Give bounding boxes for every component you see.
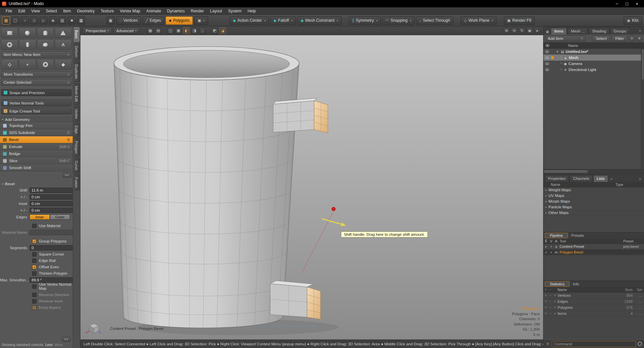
vertex-normal-tools-button[interactable]: Vertex Normal Tools (1, 99, 72, 107)
disclosure-icon[interactable]: ▸ (545, 200, 547, 203)
thicken-polygon-checkbox[interactable] (32, 271, 37, 276)
menu-render[interactable]: Render (188, 8, 207, 14)
reverse-direction-checkbox[interactable] (32, 293, 37, 297)
expand-form-button[interactable]: >> (62, 337, 71, 342)
menu-item[interactable]: Item (60, 8, 74, 14)
stats-row-items[interactable]: + − ▸ Items 4 ... (543, 310, 644, 317)
tool-bridge[interactable]: Bridge (0, 150, 73, 157)
minimize-button[interactable]: − (612, 0, 622, 7)
tab-channels[interactable]: Channels (570, 175, 593, 182)
filter-options-icon[interactable]: ▾ (636, 36, 642, 42)
tab-lists[interactable]: Lists (593, 175, 608, 182)
orbit-icon[interactable]: ↻ (519, 27, 525, 34)
remove-selection-icon[interactable]: − (548, 305, 553, 309)
shaded-toggle-icon[interactable]: ▤ (155, 27, 162, 34)
tab-groups[interactable]: Groups (610, 28, 630, 34)
sphere-primitive-button[interactable] (19, 27, 36, 38)
disclosure-icon[interactable]: ▸ (553, 294, 558, 297)
add-selection-icon[interactable]: + (543, 305, 548, 309)
edge-display-icon[interactable]: □ (199, 27, 206, 34)
menu-animate[interactable]: Animate (143, 8, 164, 14)
symmetry-button[interactable]: ∥ Symmetry ▾ (349, 16, 381, 25)
disclosure-icon[interactable]: ▸ (545, 206, 547, 209)
controls-more-link[interactable]: More (55, 343, 63, 347)
info-label[interactable]: Info (573, 282, 579, 286)
add-selection-icon[interactable]: + (543, 293, 548, 297)
material-name-input[interactable] (30, 230, 73, 235)
view-mode-dropdown[interactable]: Perspective ▾ (83, 27, 112, 34)
tab-polygon[interactable]: Polygon (74, 138, 79, 157)
cylinder-primitive-button[interactable] (37, 27, 54, 38)
command-history-toggle[interactable]: > (545, 341, 550, 347)
panel-grid-icon[interactable]: ▦ (545, 29, 550, 34)
edges-inner-button[interactable]: Inner (30, 214, 50, 220)
wireframe-toggle-icon[interactable]: ▦ (147, 27, 154, 34)
disclosure-icon[interactable]: ▸ (553, 312, 558, 315)
tab-mesh-edit[interactable]: Mesh Edit (74, 83, 79, 105)
panel-options-icon[interactable]: » (637, 28, 643, 33)
enable-check-icon[interactable]: ✓ (543, 245, 549, 249)
select-button[interactable]: Select (592, 36, 610, 42)
pose-tool-button[interactable]: ◆ (55, 59, 72, 70)
tree-vertical-scrollbar[interactable] (641, 49, 644, 169)
blob-primitive-button[interactable] (37, 39, 54, 50)
list-options-icon[interactable]: ≡ (629, 36, 635, 42)
enable-check-icon[interactable]: ✓ (543, 251, 549, 254)
vertex-display-icon[interactable]: ◨ (191, 27, 198, 34)
capsule-primitive-button[interactable] (19, 39, 36, 50)
maximize-button[interactable]: □ (622, 0, 632, 7)
vertices-mode-button[interactable]: ∴ Vertices (116, 16, 141, 25)
zoom-out-icon[interactable]: ⊖ (511, 27, 518, 34)
add-selection-icon[interactable]: + (543, 299, 548, 303)
snapping-button[interactable]: ◠ Snapping ▾ (382, 16, 414, 25)
keep-aspect-checkbox[interactable] (32, 305, 37, 310)
items-mode-icon[interactable]: ▣ (107, 16, 115, 24)
selection-highlight-icon[interactable]: ◧ (183, 27, 190, 34)
item-menu-dropdown[interactable]: Item Menu: New Item ▾ (1, 51, 72, 58)
select-arrow-icon[interactable]: ▷ (40, 16, 48, 24)
segments-input[interactable] (30, 245, 73, 251)
tab-fusion[interactable]: Fusion (74, 174, 79, 191)
panel-options-icon[interactable]: » (637, 176, 643, 182)
tool-sds-subdivide[interactable]: SDS Subdivide D (0, 129, 73, 136)
eye-icon[interactable] (545, 50, 549, 53)
disclosure-icon[interactable]: ▸ (545, 194, 547, 197)
disclosure-icon[interactable]: ▸ (545, 211, 547, 214)
add-selection-icon[interactable]: + (543, 311, 548, 315)
command-input[interactable] (552, 341, 636, 347)
shift-handle-dot[interactable] (332, 207, 336, 211)
remove-selection-icon[interactable]: − (548, 311, 553, 315)
cone-primitive-button[interactable] (55, 27, 72, 38)
active-overlay-icon[interactable]: ◪ (219, 27, 226, 34)
close-button[interactable]: × (632, 0, 642, 7)
offset-even-checkbox[interactable] (32, 265, 37, 269)
shading-mode-dropdown[interactable]: Advanced ▾ (113, 27, 139, 34)
tool-topology-pen[interactable]: Topology Pen (0, 122, 73, 129)
inset-input[interactable] (30, 201, 73, 206)
center-selected-dropdown[interactable]: Center Selected ▾ (1, 79, 72, 86)
square-corner-checkbox[interactable] (32, 252, 37, 257)
select-subtract-icon[interactable]: ▩ (77, 16, 85, 24)
tree-horizontal-scrollbar[interactable] (543, 169, 644, 173)
tree-row-scene[interactable]: ▼ ▤ Untitled.lxo* (543, 49, 644, 55)
shift-variance-input[interactable] (30, 194, 73, 200)
menu-vertex-map[interactable]: Vertex Map (117, 8, 143, 14)
bevel-box-upper[interactable] (273, 98, 328, 133)
select-add-icon[interactable]: ■ (68, 16, 76, 24)
tab-items[interactable]: Items (551, 28, 567, 34)
tool-extrude[interactable]: Extrude Shift-X (0, 143, 73, 150)
camera-lock-icon[interactable]: ◩ (211, 27, 218, 34)
viewport-3d-scene[interactable] (80, 35, 543, 339)
tab-shading[interactable]: Shading (589, 28, 609, 34)
use-vertex-normal-map-checkbox[interactable] (32, 284, 37, 289)
list-row-uv-maps[interactable]: ▸ UV Maps (543, 193, 644, 199)
selection-options-button[interactable]: ▣ ▾ (194, 16, 208, 25)
statistics-title[interactable]: Statistics (545, 281, 570, 287)
list-row-weight-maps[interactable]: ▸ Weight Maps (543, 187, 644, 193)
add-item-dropdown[interactable]: Add Item ▾ (545, 36, 585, 42)
viewport-settings-icon[interactable]: ◉ (526, 27, 533, 34)
add-tab-icon[interactable]: + (609, 176, 614, 182)
viewport-menu-icon[interactable]: ▸ (534, 27, 541, 34)
axis-tool-button[interactable]: + (19, 59, 36, 70)
cube-primitive-button[interactable] (1, 27, 18, 38)
